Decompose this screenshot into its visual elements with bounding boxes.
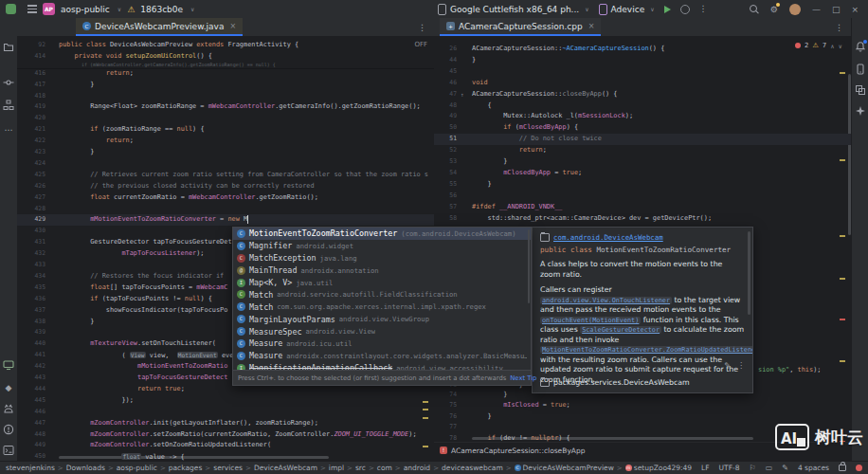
completion-item[interactable]: CMatchExceptionjava.lang [233, 252, 531, 264]
search-icon[interactable] [749, 4, 759, 14]
code-line[interactable]: 57#ifdef __ANDROID_VNDK__ [434, 202, 851, 213]
warning-stripe-mark[interactable] [840, 235, 845, 237]
profiler-icon[interactable] [680, 5, 690, 14]
warning-stripe-mark[interactable] [423, 409, 428, 410]
device-mirror-icon[interactable] [855, 64, 866, 75]
completion-item[interactable]: CMagnifierandroid.widget [233, 240, 531, 252]
warning-stripe-mark[interactable] [840, 72, 845, 74]
inspection-widget[interactable]: 2 ⚠ 7 ∧ ∨ [792, 41, 845, 50]
minimize-button[interactable]: — [812, 5, 821, 14]
app-insights-icon[interactable]: ◆ [3, 382, 14, 393]
completion-item[interactable]: IMap<K, V>java.util [233, 277, 531, 289]
completion-item[interactable]: CMatchandroid.service.autofill.FieldClas… [233, 288, 531, 301]
code-line[interactable]: 449 mZoomController.setOnZoomRatioUpdate… [17, 440, 434, 451]
code-line[interactable]: 422 return; [17, 136, 434, 147]
gemini-icon[interactable] [855, 105, 866, 117]
project-folder-icon[interactable] [3, 41, 14, 52]
code-line[interactable]: 26ACameraCaptureSession::~ACameraCapture… [434, 44, 851, 55]
indent-setting[interactable]: 4 spaces [798, 464, 829, 472]
breadcrumb-item[interactable]: src [355, 464, 366, 472]
code-line[interactable]: 52 return; [434, 145, 851, 156]
code-line[interactable]: 75 mIsClosed = true; [434, 400, 851, 411]
code-line[interactable]: 50 if (mClosedByApp) { [434, 122, 851, 134]
code-line[interactable]: 446 [17, 407, 434, 418]
code-line[interactable]: 418 [17, 91, 434, 102]
code-line[interactable]: 448 mZoomController.setZoomRatio(current… [17, 429, 434, 441]
tab-close-icon[interactable]: × [229, 22, 236, 30]
completion-item[interactable]: CMotionEventToZoomRatioConverter(com.and… [233, 228, 531, 240]
breadcrumb-item[interactable]: DeviceAsWebcam [254, 464, 317, 472]
code-line[interactable]: 427 float currentZoomRatio = mWebcamCont… [17, 192, 434, 204]
code-line[interactable]: 53 } [434, 156, 851, 168]
code-line[interactable]: 92public class DeviceAsWebcamPreview ext… [17, 40, 434, 51]
code-line[interactable]: 51 // Do not close twice [434, 134, 851, 145]
code-line[interactable]: 421 if (zoomRatioRange == null) { [17, 124, 434, 136]
breadcrumb-item[interactable]: Downloads [66, 464, 105, 472]
prev-issue-icon[interactable]: ∧ [830, 43, 834, 49]
code-line[interactable]: 420 [17, 113, 434, 124]
code-line[interactable]: 429 mMotionEventToZoomRatioConverter = n… [17, 214, 434, 226]
code-line[interactable]: 425 // Retrieves current zoom ratio sett… [17, 170, 434, 181]
breadcrumb-item[interactable]: packages [169, 464, 203, 472]
completion-item[interactable]: CMeasureSpecandroid.view.View [233, 325, 531, 337]
breadcrumb-item[interactable]: services [213, 464, 243, 472]
warning-stripe-mark[interactable] [840, 159, 845, 161]
more-actions-icon[interactable]: ⋮ [699, 5, 708, 13]
problems-icon[interactable] [3, 424, 14, 435]
main-menu-icon[interactable] [27, 5, 37, 12]
layout-inspector-icon[interactable] [855, 84, 866, 96]
error-notification-dot[interactable] [856, 465, 862, 471]
code-line[interactable]: 55 } [434, 179, 851, 191]
code-line[interactable]: 44} [434, 55, 851, 66]
code-line[interactable]: 54 mClosedByApp = true; [434, 168, 851, 179]
code-line[interactable]: 445 }); [17, 395, 434, 407]
code-line[interactable]: 47↑ACameraCaptureSession::closeByApp() { [434, 89, 851, 100]
code-line[interactable]: 46void [434, 78, 851, 89]
logcat-icon[interactable] [3, 403, 14, 414]
warning-stripe-mark[interactable] [423, 446, 428, 447]
tab-close-icon[interactable]: × [588, 22, 595, 30]
tab-options-icon[interactable]: ⋮ [835, 23, 851, 32]
completion-item[interactable]: CMeasureandroid.icu.util [233, 337, 531, 350]
pen-icon[interactable]: ✎ [782, 464, 788, 472]
run-button[interactable] [664, 6, 671, 13]
commit-icon[interactable] [3, 77, 14, 88]
running-devices-icon[interactable] [3, 359, 14, 371]
tab-options-icon[interactable]: ⋮ [418, 23, 434, 32]
completion-item[interactable]: @MainThreadandroidx.annotation [233, 264, 531, 277]
breadcrumb-item[interactable]: impl [329, 464, 344, 472]
device-selector[interactable]: Adevice ∨ [599, 4, 655, 15]
warning-stripe-mark[interactable] [840, 278, 845, 280]
more-tool-windows-icon[interactable]: ⋯ [3, 124, 14, 136]
flag-icon[interactable]: ⚐ [749, 464, 755, 472]
code-line[interactable]: 56 [434, 191, 851, 202]
warning-stripe-mark[interactable] [423, 401, 428, 403]
doc-more-icon[interactable]: ⋮ [737, 361, 745, 370]
reader-mode-icon[interactable]: ▭ [766, 464, 773, 472]
doc-code-link[interactable]: onTouchEvent(MotionEvent) [540, 317, 641, 324]
breadcrumb-item[interactable]: msetupZoomUiControl [625, 464, 667, 472]
code-line[interactable]: 416 return; [17, 68, 434, 80]
doc-code-link[interactable]: android.view.View.OnTouchListener [540, 297, 672, 304]
breadcrumb-item[interactable]: stevenjenkins [6, 464, 55, 472]
breadcrumb-item[interactable]: deviceaswebcam [442, 464, 503, 472]
breadcrumb-function[interactable]: ACameraCaptureSession::closeByApp [451, 447, 585, 455]
completion-item[interactable]: CMarginLayoutParamsandroid.view.ViewGrou… [233, 313, 531, 325]
completion-item[interactable]: CMeasureandroidx.constraintlayout.core.w… [233, 350, 531, 362]
code-line[interactable]: 424 [17, 158, 434, 170]
code-line[interactable]: 426 // the previous closed activity can … [17, 181, 434, 192]
code-line[interactable]: 447 mZoomController.init(getLayoutInflat… [17, 418, 434, 429]
code-line[interactable]: 419 Range<Float> zoomRatioRange = mWebca… [17, 101, 434, 113]
notifications-icon[interactable] [855, 41, 866, 52]
project-selector[interactable]: aosp-public [61, 5, 110, 14]
breadcrumb-item[interactable]: aosp-public [117, 464, 157, 472]
terminal-icon[interactable] [3, 445, 14, 456]
code-line[interactable]: 417 } [17, 80, 434, 91]
error-stripe-mark[interactable] [840, 319, 845, 320]
package-link[interactable]: com.android.DeviceAsWebcam [553, 233, 663, 242]
next-tip-link[interactable]: Next Tip [510, 374, 536, 382]
doc-code-link[interactable]: MotionEventToZoomRatioConverter.ZoomRati… [540, 346, 753, 354]
code-line[interactable]: 49 Mutex::Autolock _l(mSessionLock); [434, 111, 851, 122]
warning-stripe-mark[interactable] [840, 360, 845, 362]
code-line[interactable]: 48 { [434, 100, 851, 112]
